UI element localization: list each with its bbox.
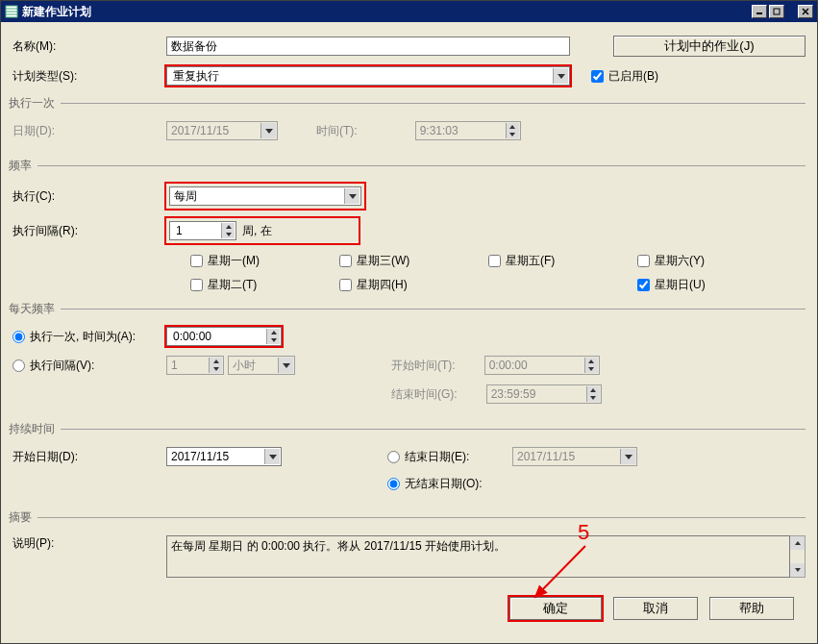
daily-interval-radio[interactable]: 执行间隔(V):: [12, 358, 166, 374]
maximize-button[interactable]: [769, 5, 784, 18]
svg-rect-5: [774, 9, 780, 14]
duration-end-combo: 2017/11/15: [512, 447, 637, 466]
scroll-down-icon[interactable]: [790, 563, 805, 577]
freq-interval-label: 执行间隔(R):: [12, 223, 166, 239]
freq-interval-spin[interactable]: 1: [169, 221, 236, 240]
day-sun[interactable]: 星期日(U): [637, 277, 786, 293]
day-sat[interactable]: 星期六(Y): [637, 253, 786, 269]
scroll-up-icon[interactable]: [790, 536, 805, 550]
chevron-down-icon[interactable]: [344, 188, 359, 204]
daily-end-label: 结束时间(G):: [391, 386, 458, 403]
duration-start-combo[interactable]: 2017/11/15: [166, 447, 282, 466]
freq-exec-label: 执行(C):: [12, 188, 166, 205]
chevron-down-icon[interactable]: [553, 68, 568, 84]
duration-group: 持续时间 开始日期(D): 2017/11/15 结束日期(E): 2017/1…: [12, 421, 806, 502]
summary-desc-label: 说明(P):: [12, 535, 166, 552]
title-bar: 新建作业计划: [1, 1, 817, 22]
textarea-scrollbar[interactable]: [790, 535, 806, 578]
chevron-down-icon[interactable]: [264, 449, 280, 464]
daily-start-label: 开始时间(T):: [391, 358, 456, 374]
daily-freq-group: 每天频率 执行一次, 时间为(A): 0:00:00 执行间隔(V): 1: [12, 301, 806, 413]
duration-end-radio[interactable]: 结束日期(E):: [387, 449, 512, 465]
weekday-checkboxes: 星期一(M) 星期三(W) 星期五(F) 星期六(Y) 星期二(T) 星期四(H…: [190, 253, 806, 293]
freq-exec-combo[interactable]: 每周: [169, 186, 361, 206]
daily-end-spin: 23:59:59: [486, 384, 602, 404]
minimize-button[interactable]: [752, 5, 767, 18]
duration-noend-radio[interactable]: 无结束日期(O):: [387, 476, 483, 492]
close-button[interactable]: [798, 5, 813, 18]
once-time-label: 时间(T):: [316, 123, 358, 139]
dialog-content: 名称(M): 计划中的作业(J) 计划类型(S): 重复执行 已启用(B) 执行…: [1, 22, 817, 643]
titlebar-buttons: [752, 5, 813, 18]
help-button[interactable]: 帮助: [709, 597, 794, 620]
run-once-group: 执行一次 日期(D): 2017/11/15 时间(T): 9:31:03: [12, 95, 806, 150]
daily-once-time-spin[interactable]: 0:00:00: [166, 327, 282, 346]
name-label: 名称(M):: [12, 38, 166, 55]
once-date-combo: 2017/11/15: [166, 121, 278, 140]
jobs-in-plan-button[interactable]: 计划中的作业(J): [613, 36, 806, 57]
plan-type-combo[interactable]: 重复执行: [166, 66, 570, 86]
daily-interval-spin: 1: [166, 356, 224, 375]
duration-start-label: 开始日期(D):: [12, 449, 166, 465]
dialog-window: 新建作业计划 名称(M): 计划中的作业(J) 计划类型(S): 重复执行 已启…: [0, 0, 818, 644]
chevron-down-icon: [620, 449, 635, 464]
summary-group: 摘要 说明(P):: [12, 509, 806, 587]
button-bar: 确定 取消 帮助: [12, 591, 806, 632]
chevron-down-icon: [260, 123, 276, 138]
day-wed[interactable]: 星期三(W): [339, 253, 488, 269]
plan-type-label: 计划类型(S):: [12, 68, 166, 85]
freq-interval-suffix: 周, 在: [242, 223, 356, 239]
daily-once-radio[interactable]: 执行一次, 时间为(A):: [12, 329, 166, 345]
summary-desc-textarea: [166, 535, 790, 578]
enabled-checkbox[interactable]: 已启用(B): [591, 68, 658, 85]
frequency-group: 频率 执行(C): 每周 执行间隔(R): 1 周, 在: [12, 158, 806, 293]
chevron-down-icon: [278, 358, 293, 373]
name-input[interactable]: [166, 37, 570, 56]
app-icon: [5, 5, 18, 18]
day-mon[interactable]: 星期一(M): [190, 253, 339, 269]
day-tue[interactable]: 星期二(T): [190, 277, 339, 293]
day-thu[interactable]: 星期四(H): [339, 277, 488, 293]
cancel-button[interactable]: 取消: [613, 597, 698, 620]
ok-button[interactable]: 确定: [509, 597, 602, 620]
window-title: 新建作业计划: [22, 4, 752, 20]
day-fri[interactable]: 星期五(F): [488, 253, 637, 269]
once-time-spin: 9:31:03: [415, 121, 521, 140]
daily-start-spin: 0:00:00: [484, 356, 600, 375]
daily-interval-unit-combo: 小时: [228, 356, 295, 375]
once-date-label: 日期(D):: [12, 123, 166, 139]
